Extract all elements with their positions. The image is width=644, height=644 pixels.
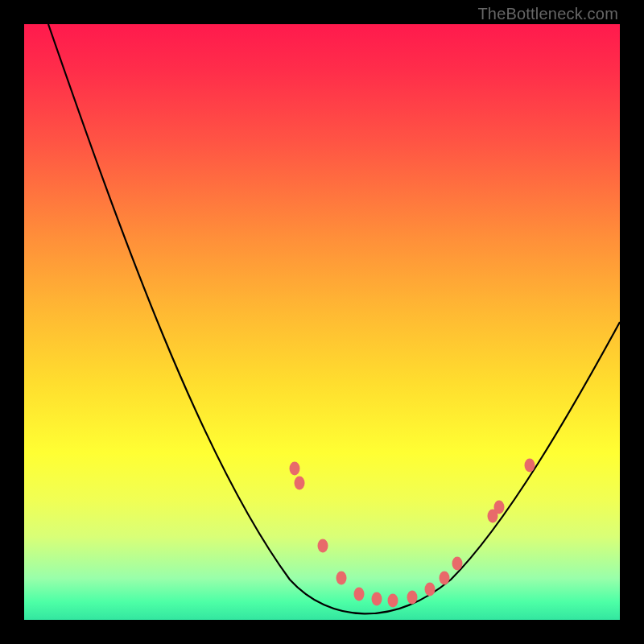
data-marker [440, 572, 450, 585]
data-marker [295, 477, 305, 490]
data-marker [372, 592, 382, 606]
data-marker [494, 501, 505, 514]
data-marker [318, 539, 328, 553]
data-marker [388, 594, 398, 608]
chart-plot-area [24, 24, 620, 620]
data-marker [525, 459, 535, 473]
data-marker [336, 572, 347, 585]
marker-group [290, 459, 535, 608]
chart-svg [24, 24, 620, 620]
data-marker [425, 583, 436, 597]
data-marker [354, 588, 365, 601]
data-marker [407, 591, 418, 605]
bottleneck-curve [48, 24, 620, 613]
data-marker [290, 462, 300, 476]
data-marker [452, 557, 463, 571]
watermark-text: TheBottleneck.com [477, 5, 618, 23]
